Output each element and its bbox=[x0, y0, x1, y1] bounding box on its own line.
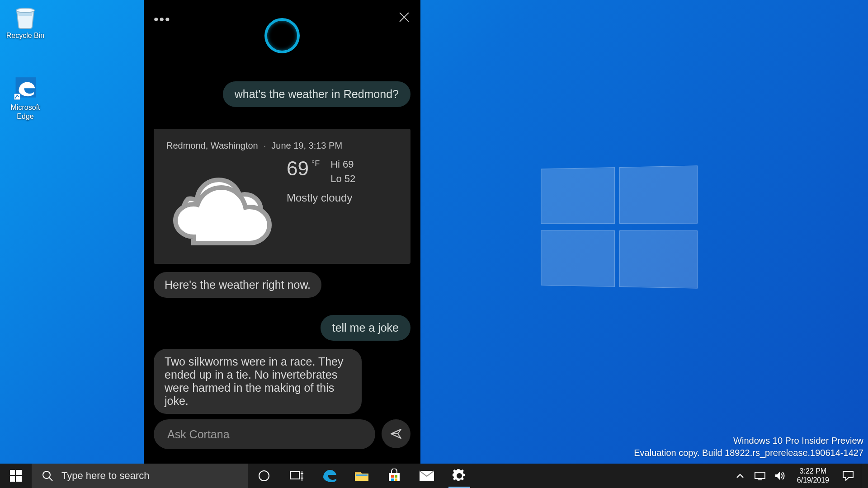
cortana-ring-icon bbox=[264, 18, 300, 53]
wallpaper-windows-logo bbox=[541, 165, 700, 291]
cortana-circle-icon bbox=[258, 469, 270, 482]
clock-date: 6/19/2019 bbox=[797, 476, 829, 485]
edge-icon bbox=[321, 468, 337, 483]
svg-rect-18 bbox=[395, 479, 397, 481]
desktop-icon-edge[interactable]: Microsoft Edge bbox=[4, 76, 47, 121]
svg-rect-5 bbox=[10, 476, 15, 482]
tray-network[interactable] bbox=[751, 464, 769, 488]
gear-icon bbox=[453, 469, 466, 483]
windows-start-icon bbox=[10, 470, 22, 482]
svg-point-0 bbox=[16, 8, 34, 13]
cortana-chat-scroll: what's the weather in Redmond? Redmond, … bbox=[144, 51, 420, 464]
weather-location: Redmond, Washington bbox=[166, 141, 258, 151]
store-icon bbox=[387, 469, 401, 483]
network-icon bbox=[754, 471, 766, 481]
weather-hi: 69 bbox=[343, 159, 354, 170]
chevron-up-icon bbox=[736, 473, 744, 479]
svg-point-7 bbox=[43, 471, 50, 479]
cortana-input[interactable] bbox=[154, 419, 375, 449]
svg-point-9 bbox=[259, 471, 269, 481]
user-message: what's the weather in Redmond? bbox=[223, 81, 410, 107]
show-desktop-button[interactable] bbox=[861, 464, 865, 488]
desktop-icon-label: Recycle Bin bbox=[4, 32, 47, 40]
user-message: tell me a joke bbox=[321, 315, 410, 341]
svg-rect-17 bbox=[391, 479, 394, 481]
mail-icon bbox=[419, 470, 435, 482]
tray-overflow[interactable] bbox=[731, 464, 749, 488]
cortana-panel: ••• what's the weather in Redmond? Redmo… bbox=[144, 0, 420, 464]
svg-rect-2 bbox=[14, 94, 20, 100]
send-button[interactable] bbox=[382, 419, 410, 448]
recycle-bin-icon bbox=[12, 5, 39, 30]
close-button[interactable] bbox=[397, 10, 411, 24]
taskbar: 3:22 PM 6/19/2019 bbox=[0, 464, 868, 488]
taskbar-app-mail[interactable] bbox=[410, 464, 443, 488]
taskbar-app-settings[interactable] bbox=[443, 464, 476, 488]
taskbar-app-store[interactable] bbox=[378, 464, 410, 488]
send-icon bbox=[390, 427, 402, 440]
taskbar-search-input[interactable] bbox=[61, 470, 245, 482]
assistant-message: Two silkworms were in a race. They ended… bbox=[154, 349, 362, 414]
task-view-icon bbox=[289, 470, 304, 482]
svg-rect-3 bbox=[10, 470, 15, 475]
taskbar-app-explorer[interactable] bbox=[345, 464, 378, 488]
cortana-taskbar-button[interactable] bbox=[248, 464, 280, 488]
clock-time: 3:22 PM bbox=[800, 467, 827, 476]
taskbar-app-edge[interactable] bbox=[313, 464, 345, 488]
desktop-icon-label: Microsoft Edge bbox=[4, 103, 47, 121]
notification-icon bbox=[842, 470, 854, 481]
svg-rect-14 bbox=[356, 474, 368, 476]
windows-watermark: Windows 10 Pro Insider Preview Evaluatio… bbox=[634, 435, 863, 459]
svg-rect-20 bbox=[755, 472, 765, 479]
weather-card[interactable]: Redmond, Washington · June 19, 3:13 PM 6… bbox=[154, 129, 410, 264]
svg-rect-4 bbox=[16, 470, 22, 475]
svg-rect-10 bbox=[290, 472, 299, 479]
weather-temp: 69 bbox=[287, 157, 309, 180]
weather-timestamp: June 19, 3:13 PM bbox=[271, 141, 342, 151]
action-center-button[interactable] bbox=[837, 464, 859, 488]
svg-rect-6 bbox=[16, 476, 22, 482]
file-explorer-icon bbox=[354, 469, 369, 483]
desktop-icon-recycle-bin[interactable]: Recycle Bin bbox=[4, 5, 47, 40]
more-options-button[interactable]: ••• bbox=[154, 12, 171, 27]
weather-cloudy-icon bbox=[166, 157, 275, 248]
taskbar-search[interactable] bbox=[32, 464, 248, 488]
assistant-message: Here's the weather right now. bbox=[154, 272, 321, 298]
weather-lo: 52 bbox=[344, 173, 355, 184]
tray-volume[interactable] bbox=[771, 464, 789, 488]
edge-icon bbox=[12, 76, 39, 101]
start-button[interactable] bbox=[0, 464, 32, 488]
svg-rect-16 bbox=[395, 475, 397, 478]
taskbar-clock[interactable]: 3:22 PM 6/19/2019 bbox=[791, 467, 835, 485]
svg-rect-15 bbox=[391, 475, 394, 478]
search-icon bbox=[42, 470, 53, 482]
task-view-button[interactable] bbox=[280, 464, 313, 488]
weather-condition: Mostly cloudy bbox=[287, 192, 355, 204]
volume-icon bbox=[774, 471, 785, 481]
weather-temp-unit: °F bbox=[311, 159, 320, 169]
svg-line-8 bbox=[49, 478, 52, 481]
